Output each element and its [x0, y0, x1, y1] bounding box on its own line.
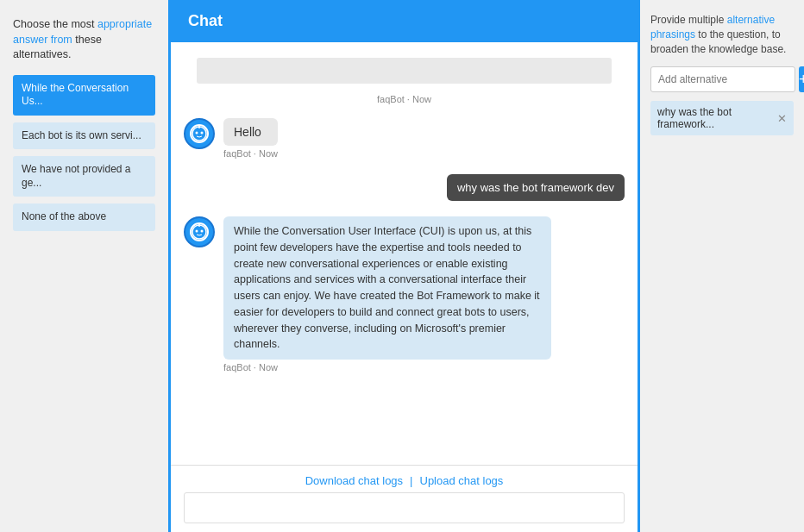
svg-point-2	[201, 132, 204, 135]
answer-button-4[interactable]: None of the above	[13, 203, 155, 231]
bot-avatar-inner-2	[190, 222, 209, 241]
bot-timestamp-top: faqBot · Now	[171, 94, 638, 104]
bot-icon-2	[192, 224, 207, 240]
hello-message-content: Hello faqBot · Now	[223, 118, 278, 159]
answer-button-3[interactable]: We have not provided a ge...	[13, 156, 155, 197]
chat-input[interactable]	[184, 492, 625, 523]
hello-time: faqBot · Now	[223, 148, 278, 159]
bot-avatar-inner	[190, 124, 209, 143]
upload-chat-link[interactable]: Upload chat logs	[420, 474, 504, 487]
bot-answer-content: While the Conversation User Interface (C…	[223, 216, 551, 372]
footer-separator: |	[410, 474, 412, 487]
bot-icon	[192, 126, 207, 141]
bot-avatar-2	[184, 216, 215, 247]
chat-footer-links: Download chat logs | Upload chat logs	[184, 474, 625, 487]
add-alternative-input[interactable]	[650, 66, 795, 92]
close-tag-icon[interactable]: ✕	[777, 112, 787, 125]
right-panel: Provide multiple alternative phrasings t…	[640, 0, 804, 532]
bot-answer-time: faqBot · Now	[223, 362, 551, 372]
answer-button-2[interactable]: Each bot is its own servi...	[13, 122, 155, 150]
user-bubble: why was the bot framework dev	[447, 174, 625, 201]
bot-answer-bubble: While the Conversation User Interface (C…	[223, 216, 551, 360]
main-container: Choose the most appropriate answer from …	[0, 0, 804, 532]
svg-point-1	[196, 132, 198, 135]
svg-point-6	[196, 230, 198, 233]
bot-answer-row: While the Conversation User Interface (C…	[171, 211, 638, 378]
add-alternative-row: +	[650, 66, 794, 92]
chat-body: faqBot · Now	[171, 42, 638, 465]
chat-footer: Download chat logs | Upload chat logs	[171, 465, 638, 532]
user-message-row: why was the bot framework dev	[171, 169, 638, 206]
answer-button-1[interactable]: While the Conversation Us...	[13, 75, 155, 116]
alternative-phrasings-highlight: alternative phrasings	[650, 14, 775, 41]
alternative-tag-1: why was the bot framework... ✕	[650, 101, 794, 135]
chat-panel: Chat faqBot · Now	[168, 0, 640, 532]
previous-message-blur	[197, 58, 612, 84]
alternative-tag-text: why was the bot framework...	[657, 106, 777, 130]
highlight-link[interactable]: appropriate answer from	[13, 18, 152, 46]
left-panel: Choose the most appropriate answer from …	[0, 0, 168, 532]
svg-point-7	[201, 230, 204, 233]
hello-message-row: Hello faqBot · Now	[171, 113, 638, 164]
left-panel-description: Choose the most appropriate answer from …	[13, 17, 155, 63]
download-chat-link[interactable]: Download chat logs	[305, 474, 403, 487]
svg-point-5	[192, 225, 206, 239]
hello-bubble: Hello	[223, 118, 278, 146]
add-alternative-button[interactable]: +	[799, 66, 804, 92]
chat-title: Chat	[188, 12, 223, 29]
svg-point-0	[192, 127, 206, 141]
bot-avatar-1	[184, 118, 215, 149]
chat-header: Chat	[171, 0, 638, 42]
right-panel-description: Provide multiple alternative phrasings t…	[650, 13, 794, 56]
